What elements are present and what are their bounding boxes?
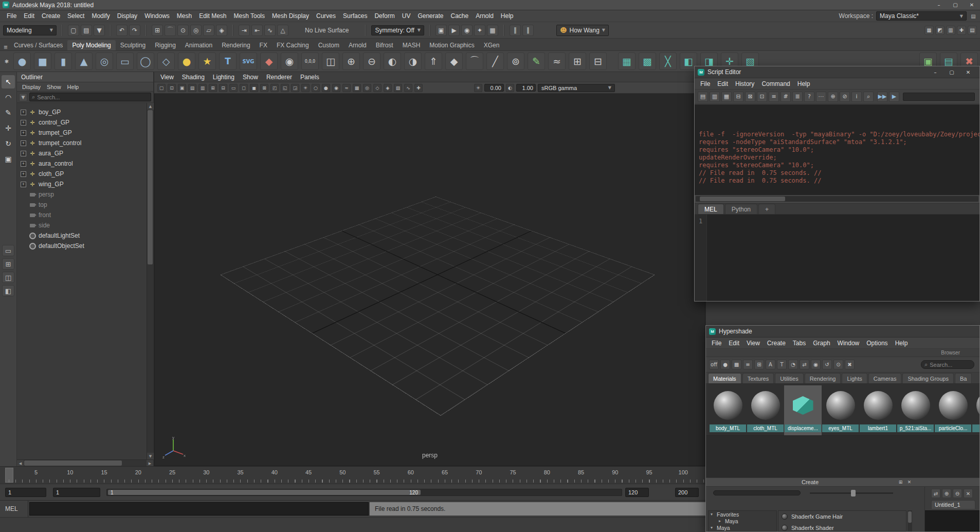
category-tab[interactable]: Textures <box>742 373 774 383</box>
menu-item[interactable]: Help <box>497 12 517 20</box>
select-tool-icon[interactable]: ↖ <box>2 75 15 88</box>
menu-item[interactable]: Generate <box>414 12 447 20</box>
shelf-tab[interactable]: Custom <box>314 40 344 50</box>
menu-item[interactable]: Modify <box>88 12 113 20</box>
outliner-header[interactable]: Outliner <box>17 72 153 82</box>
shelf-tab[interactable]: FX Caching <box>272 40 314 50</box>
lasso-tool-icon[interactable]: ◠ <box>2 91 15 104</box>
menu-set-dropdown[interactable]: Modeling ▼ <box>3 25 57 36</box>
pause-ipr-icon[interactable]: ‖ <box>522 25 534 36</box>
render-settings-icon[interactable]: ✦ <box>474 25 485 36</box>
outliner-item[interactable]: aura_GP <box>17 148 153 158</box>
close-button[interactable]: ✕ <box>960 66 976 78</box>
snap-to-point-icon[interactable]: ⊙ <box>177 25 189 36</box>
category-tab[interactable]: Materials <box>708 373 741 383</box>
menu-item[interactable]: Show <box>239 74 262 81</box>
gamma-icon[interactable]: ◐ <box>506 84 514 92</box>
menu-item[interactable]: Create <box>38 12 64 20</box>
create-tree-item[interactable]: ▾ Maya <box>709 524 776 531</box>
pin-icon[interactable]: ⊙ <box>833 360 843 369</box>
workspace-panel-icon[interactable]: ▤ <box>970 12 977 20</box>
multi-cut-icon[interactable]: ╱ <box>486 52 504 70</box>
2d-pan-zoom-icon[interactable]: ⊞ <box>209 84 217 92</box>
ipr-render-icon[interactable]: ◉ <box>461 25 473 36</box>
poly-plane-icon[interactable]: ▭ <box>116 52 134 70</box>
pause-viewport-icon[interactable]: ‖ <box>510 25 521 36</box>
execute-all-icon[interactable]: ▶▶ <box>877 92 887 102</box>
sculpt-tool-icon[interactable]: ◆ <box>260 52 278 70</box>
material-swatch[interactable]: sh <box>972 385 979 435</box>
target-camera-icon[interactable]: ▢ <box>157 84 166 92</box>
bridge-icon[interactable]: ⌒ <box>466 52 483 70</box>
menu-item[interactable]: History <box>732 80 758 87</box>
menu-item[interactable]: File <box>708 340 725 347</box>
expand-toggle[interactable] <box>21 161 26 167</box>
close-panel-icon[interactable]: ✕ <box>906 479 913 486</box>
execute-icon[interactable]: ▶ <box>889 92 899 102</box>
menu-item[interactable]: Shading <box>178 74 209 81</box>
swatch-render-off-icon[interactable]: off <box>709 360 719 369</box>
edge-flow-icon[interactable]: ≈ <box>548 52 566 70</box>
layout-single-pane-icon[interactable]: ▭ <box>2 245 14 256</box>
menu-item[interactable]: Deform <box>371 12 398 20</box>
hypershade-toggle-icon[interactable]: ◩ <box>935 26 945 35</box>
material-swatch[interactable]: p_521:aiSta... <box>897 385 934 435</box>
create-tree-item[interactable]: ▸ Maya <box>709 518 776 524</box>
menu-item[interactable]: Panels <box>296 74 323 81</box>
list-view-icon[interactable]: ≡ <box>743 360 753 369</box>
svg-tool-icon[interactable]: SVG <box>240 52 257 70</box>
resolution-gate-icon[interactable]: ◻ <box>240 84 248 92</box>
category-tab[interactable]: Lights <box>842 373 867 383</box>
menu-item[interactable]: Graph <box>809 340 833 347</box>
uv-cut-icon[interactable]: ╳ <box>659 52 677 70</box>
render-setup-icon[interactable]: ▦ <box>487 25 498 36</box>
shelf-tab[interactable]: FX <box>255 40 272 50</box>
target-weld-icon[interactable]: ⊚ <box>507 52 524 70</box>
swatch-size-slider[interactable] <box>810 492 893 494</box>
script-editor-horizontal-scrollbar[interactable] <box>696 196 978 202</box>
shelf-tabs-menu-icon[interactable]: ≣ <box>2 43 9 50</box>
tool-settings-icon[interactable]: ✚ <box>957 26 966 35</box>
lighting-default-icon[interactable]: ○ <box>312 84 320 92</box>
material-swatch[interactable]: cloth_MTL <box>747 385 784 435</box>
expand-toggle[interactable] <box>21 151 26 156</box>
delete-unused-icon[interactable]: ✖ <box>845 360 855 369</box>
quick-help-icon[interactable]: ? <box>804 92 814 102</box>
clear-input-icon[interactable]: ⊟ <box>733 92 743 102</box>
poly-cube-icon[interactable]: ■ <box>34 52 51 70</box>
search-icon[interactable]: ⌕ <box>863 92 874 102</box>
outliner-item[interactable]: side <box>17 220 153 230</box>
tree-expand-icon[interactable]: ▾ <box>711 512 715 517</box>
colorspace-dropdown[interactable]: sRGB gamma ▼ <box>538 84 615 92</box>
playback-end-field[interactable]: 120 <box>625 488 649 497</box>
category-tab[interactable]: Shading Groups <box>902 373 954 383</box>
float-panel-icon[interactable]: ⊞ <box>897 479 904 486</box>
menu-item[interactable]: View <box>743 340 764 347</box>
snap-to-view-plane-icon[interactable]: ▱ <box>203 25 214 36</box>
workspace-dropdown[interactable]: Maya Classic* ▼ <box>876 11 967 21</box>
poly-disc-icon[interactable]: ◯ <box>137 52 154 70</box>
extrude-icon[interactable]: ⇑ <box>425 52 442 70</box>
image-plane-icon[interactable]: ▥ <box>198 84 207 92</box>
script-editor-search-field[interactable] <box>903 93 975 101</box>
menu-item[interactable]: Mesh <box>173 12 195 20</box>
line-numbers-icon[interactable]: # <box>781 92 791 102</box>
expand-toggle[interactable] <box>21 120 26 126</box>
graph-materials-icon[interactable]: ◉ <box>811 360 821 369</box>
make-live-icon[interactable]: ◈ <box>216 25 227 36</box>
redo-icon[interactable]: ↷ <box>129 25 140 36</box>
menu-item[interactable]: Edit <box>714 80 732 87</box>
layout-two-pane-icon[interactable]: ◫ <box>2 272 14 283</box>
outliner-item[interactable]: top <box>17 200 153 210</box>
shelf-tab[interactable]: MASH <box>398 40 425 50</box>
node-graph-area[interactable] <box>925 510 979 531</box>
hypershade-window[interactable]: M Hypershade FileEditViewCreateTabsGraph… <box>705 325 980 532</box>
xray-icon[interactable]: ◈ <box>384 84 392 92</box>
symmetry-dropdown[interactable]: Symmetry: Off ▼ <box>371 25 424 36</box>
lock-camera-icon[interactable]: ⊡ <box>168 84 176 92</box>
separate-icon[interactable]: ⊖ <box>363 52 380 70</box>
combine-icon[interactable]: ⊕ <box>342 52 360 70</box>
range-slider-groove[interactable]: 1 120 <box>106 489 622 496</box>
command-language-toggle[interactable]: MEL <box>0 501 28 517</box>
hypershade-titlebar[interactable]: M Hypershade <box>706 326 979 338</box>
